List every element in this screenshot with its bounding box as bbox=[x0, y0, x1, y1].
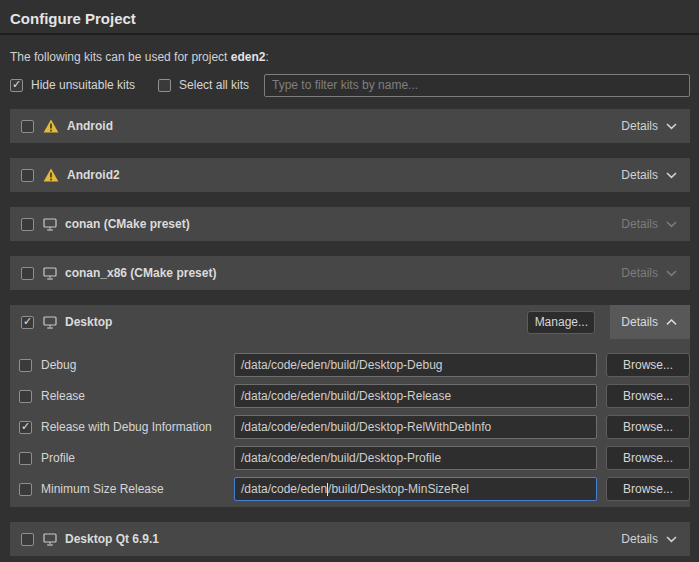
details-label: Details bbox=[621, 266, 658, 280]
kit-name: conan (CMake preset) bbox=[65, 217, 190, 231]
build-dir-input-release[interactable]: /data/code/eden/build/Desktop-Release bbox=[234, 384, 597, 408]
kit-list: Android Details Android2 Details c bbox=[10, 109, 690, 556]
chevron-down-icon bbox=[666, 270, 677, 277]
config-checkbox-debug[interactable] bbox=[19, 359, 32, 372]
warning-icon bbox=[43, 119, 59, 133]
config-label: Profile bbox=[41, 451, 234, 465]
browse-button-release[interactable]: Browse... bbox=[606, 384, 690, 408]
config-label: Release bbox=[41, 389, 234, 403]
config-label: Debug bbox=[41, 358, 234, 372]
kit-details-toggle-desktop[interactable]: Details bbox=[610, 305, 690, 339]
subtitle-text: The following kits can be used for proje… bbox=[10, 50, 231, 64]
checkmark-icon: ✓ bbox=[21, 421, 30, 432]
chevron-down-icon bbox=[666, 123, 677, 130]
chevron-up-icon bbox=[666, 319, 677, 326]
checkmark-icon: ✓ bbox=[23, 316, 32, 327]
build-dir-path: /data/code/eden/build/Desktop-Debug bbox=[241, 358, 442, 372]
kit-checkbox-desktop[interactable]: ✓ bbox=[21, 316, 34, 329]
select-all-checkbox[interactable] bbox=[158, 79, 171, 92]
kit-filter-controls: ✓ Hide unsuitable kits Select all kits bbox=[10, 73, 690, 97]
kit-checkbox-android2[interactable] bbox=[21, 169, 34, 182]
kit-row-android: Android Details bbox=[10, 109, 690, 143]
details-label: Details bbox=[621, 315, 658, 329]
project-name: eden2 bbox=[231, 50, 266, 64]
details-label: Details bbox=[621, 168, 658, 182]
build-dir-path: /data/code/eden bbox=[241, 482, 327, 496]
desktop-icon bbox=[43, 533, 57, 546]
build-dir-input-debug[interactable]: /data/code/eden/build/Desktop-Debug bbox=[234, 353, 597, 377]
details-label: Details bbox=[621, 532, 658, 546]
kit-filter-input[interactable] bbox=[264, 74, 690, 97]
browse-button-profile[interactable]: Browse... bbox=[606, 446, 690, 470]
browse-button-minsizerel[interactable]: Browse... bbox=[606, 477, 690, 501]
kits-subtitle: The following kits can be used for proje… bbox=[10, 50, 689, 64]
desktop-build-configs: Debug /data/code/eden/build/Desktop-Debu… bbox=[10, 353, 690, 507]
kit-checkbox-desktop-qt-691[interactable] bbox=[21, 533, 34, 546]
kit-checkbox-android[interactable] bbox=[21, 120, 34, 133]
kit-details-toggle-android[interactable]: Details bbox=[610, 109, 690, 143]
manage-kits-button[interactable]: Manage... bbox=[527, 311, 595, 334]
hide-unsuitable-kits-option[interactable]: ✓ Hide unsuitable kits bbox=[10, 78, 135, 92]
kit-details-toggle-conan-x86: Details bbox=[610, 256, 690, 290]
kit-group-desktop: ✓ Desktop Manage... Details Debug /data/… bbox=[10, 305, 690, 507]
kit-name: Android2 bbox=[67, 168, 120, 182]
hide-unsuitable-checkbox[interactable]: ✓ bbox=[10, 79, 23, 92]
build-dir-path: /data/code/eden/build/Desktop-Release bbox=[241, 389, 451, 403]
desktop-icon bbox=[43, 316, 57, 329]
kit-name: Desktop bbox=[65, 315, 112, 329]
kit-row-conan: conan (CMake preset) Details bbox=[10, 207, 690, 241]
hide-unsuitable-label: Hide unsuitable kits bbox=[31, 78, 135, 92]
chevron-down-icon bbox=[666, 172, 677, 179]
kit-row-conan-x86: conan_x86 (CMake preset) Details bbox=[10, 256, 690, 290]
build-dir-path: /build/Desktop-MinSizeRel bbox=[328, 482, 469, 496]
kit-name: Android bbox=[67, 119, 113, 133]
config-checkbox-profile[interactable] bbox=[19, 452, 32, 465]
select-all-label: Select all kits bbox=[179, 78, 249, 92]
desktop-icon bbox=[43, 267, 57, 280]
config-checkbox-release[interactable] bbox=[19, 390, 32, 403]
details-label: Details bbox=[621, 119, 658, 133]
config-label: Minimum Size Release bbox=[41, 482, 234, 496]
checkmark-icon: ✓ bbox=[12, 79, 21, 90]
kit-name: Desktop Qt 6.9.1 bbox=[65, 532, 159, 546]
build-dir-input-minsizerel[interactable]: /data/code/eden/build/Desktop-MinSizeRel bbox=[234, 477, 597, 501]
config-row-profile: Profile /data/code/eden/build/Desktop-Pr… bbox=[10, 446, 690, 470]
config-row-release: Release /data/code/eden/build/Desktop-Re… bbox=[10, 384, 690, 408]
browse-button-relwithdebinfo[interactable]: Browse... bbox=[606, 415, 690, 439]
config-label: Release with Debug Information bbox=[41, 420, 234, 434]
kit-details-toggle-desktop-qt-691[interactable]: Details bbox=[610, 522, 690, 556]
select-all-kits-option[interactable]: Select all kits bbox=[158, 78, 249, 92]
warning-icon bbox=[43, 168, 59, 182]
config-row-debug: Debug /data/code/eden/build/Desktop-Debu… bbox=[10, 353, 690, 377]
kit-checkbox-conan-x86[interactable] bbox=[21, 267, 34, 280]
config-checkbox-relwithdebinfo[interactable]: ✓ bbox=[19, 421, 32, 434]
kit-row-android2: Android2 Details bbox=[10, 158, 690, 192]
config-checkbox-minsizerel[interactable] bbox=[19, 483, 32, 496]
kit-checkbox-conan[interactable] bbox=[21, 218, 34, 231]
details-label: Details bbox=[621, 217, 658, 231]
build-dir-path: /data/code/eden/build/Desktop-Profile bbox=[241, 451, 441, 465]
desktop-icon bbox=[43, 218, 57, 231]
kit-details-toggle-conan: Details bbox=[610, 207, 690, 241]
chevron-down-icon bbox=[666, 221, 677, 228]
chevron-down-icon bbox=[666, 536, 677, 543]
browse-button-debug[interactable]: Browse... bbox=[606, 353, 690, 377]
kit-name: conan_x86 (CMake preset) bbox=[65, 266, 216, 280]
config-row-relwithdebinfo: ✓ Release with Debug Information /data/c… bbox=[10, 415, 690, 439]
kit-row-desktop-qt-691: Desktop Qt 6.9.1 Details bbox=[10, 522, 690, 556]
kit-details-toggle-android2[interactable]: Details bbox=[610, 158, 690, 192]
configure-project-page: Configure Project The following kits can… bbox=[0, 10, 699, 562]
page-title: Configure Project bbox=[10, 10, 689, 27]
build-dir-input-profile[interactable]: /data/code/eden/build/Desktop-Profile bbox=[234, 446, 597, 470]
title-separator bbox=[0, 33, 699, 35]
build-dir-path: /data/code/eden/build/Desktop-RelWithDeb… bbox=[241, 420, 491, 434]
build-dir-input-relwithdebinfo[interactable]: /data/code/eden/build/Desktop-RelWithDeb… bbox=[234, 415, 597, 439]
config-row-minsizerel: Minimum Size Release /data/code/eden/bui… bbox=[10, 477, 690, 501]
kit-row-desktop: ✓ Desktop Manage... Details bbox=[10, 305, 690, 339]
subtitle-colon: : bbox=[265, 50, 268, 64]
